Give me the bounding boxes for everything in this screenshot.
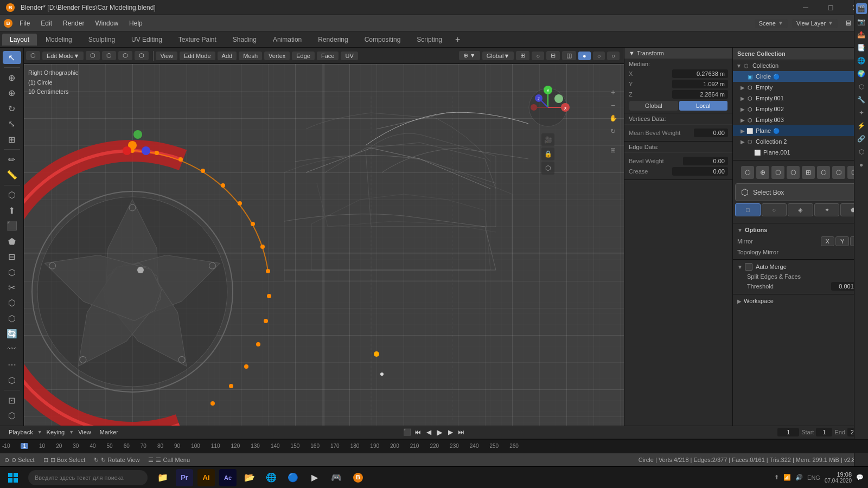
- tab-uv-editing[interactable]: UV Editing: [124, 34, 170, 46]
- playback-menu[interactable]: Playback: [4, 428, 37, 436]
- viewport-shading-wire[interactable]: ⬡: [86, 51, 100, 60]
- tool-poly-build[interactable]: ⬡: [3, 312, 21, 325]
- tool-icon-7[interactable]: ⬡: [832, 166, 845, 179]
- xray-toggle[interactable]: ◫: [562, 51, 576, 60]
- windows-start-button[interactable]: [4, 469, 22, 486]
- nav-gizmo-area[interactable]: X Y Z: [526, 86, 570, 175]
- x-value[interactable]: 0.27638 m: [672, 69, 728, 78]
- orbit-btn[interactable]: ↻: [607, 125, 619, 137]
- tool-move[interactable]: ⊕: [3, 87, 21, 100]
- taskbar-folder-icon[interactable]: 📂: [241, 469, 258, 486]
- tab-layout[interactable]: Layout: [2, 34, 37, 46]
- tab-texture-paint[interactable]: Texture Paint: [171, 34, 224, 46]
- sc-circle-item[interactable]: ▶ ▣ Circle 🔵 👁: [733, 71, 868, 82]
- tool-icon-3[interactable]: ⬡: [771, 166, 784, 179]
- transform-header[interactable]: ▼ Transform: [624, 48, 732, 59]
- start-frame-input[interactable]: [816, 428, 832, 436]
- view-menu-timeline[interactable]: View: [74, 428, 95, 436]
- tool-knife[interactable]: ✂: [3, 281, 21, 294]
- sc-collection2-item[interactable]: ▶ ⬡ Collection 2 👁: [733, 136, 868, 147]
- marker-menu[interactable]: Marker: [95, 428, 123, 436]
- tab-rendering[interactable]: Rendering: [310, 34, 355, 46]
- tool-smooth[interactable]: 〰: [3, 343, 21, 356]
- keying-menu[interactable]: Keying: [42, 428, 69, 436]
- global-btn[interactable]: Global: [629, 101, 678, 111]
- menu-file[interactable]: File: [14, 17, 35, 29]
- quad-view-btn[interactable]: ⊞: [607, 144, 619, 156]
- props-physics-icon[interactable]: ⚡: [856, 120, 867, 131]
- maximize-button[interactable]: □: [818, 0, 843, 15]
- transform-pivot-btn[interactable]: ⊕ ▼: [459, 51, 480, 60]
- shading-render[interactable]: ○: [607, 52, 620, 60]
- overlay-toggle[interactable]: ⊟: [546, 51, 560, 60]
- tool-add-mesh[interactable]: ⬡: [3, 189, 21, 202]
- taskbar-chrome-icon[interactable]: 🌐: [263, 469, 280, 486]
- prev-frame-btn[interactable]: ◀: [423, 427, 434, 438]
- next-frame-btn[interactable]: ▶: [445, 427, 456, 438]
- select-mode-circle[interactable]: ○: [762, 203, 787, 216]
- crease-value[interactable]: 0.00: [672, 167, 728, 176]
- props-world-icon[interactable]: 🌍: [856, 68, 867, 79]
- tool-slide[interactable]: ⬡: [3, 374, 21, 387]
- tool-bisect[interactable]: ⬡: [3, 297, 21, 310]
- mean-bevel-value[interactable]: 0.00: [694, 129, 728, 137]
- toggle-ortho-btn[interactable]: ⬡: [541, 162, 554, 175]
- sc-empty001-item[interactable]: ▶ ⬡ Empty.001 👁: [733, 93, 868, 104]
- tool-icon-5[interactable]: ⊞: [802, 166, 815, 179]
- props-constraints-icon[interactable]: 🔗: [856, 133, 867, 144]
- jump-start-btn[interactable]: ⏮: [412, 427, 423, 438]
- props-modifier-icon[interactable]: 🔧: [856, 94, 867, 105]
- tool-inset[interactable]: ⬛: [3, 220, 21, 233]
- mirror-x-btn[interactable]: X: [821, 236, 834, 246]
- sc-empty002-item[interactable]: ▶ ⬡ Empty.002 👁: [733, 104, 868, 114]
- viewport[interactable]: ⬡ Edit Mode ▼ ⬡ ⬡ ⬡ ⬡ View Edit Mode Add…: [24, 48, 624, 426]
- z-value[interactable]: 2.2864 m: [672, 90, 728, 99]
- zoom-out-btn[interactable]: −: [607, 99, 619, 111]
- tool-push-pull[interactable]: ⬡: [3, 409, 21, 422]
- tool-offset-edge[interactable]: ⬡: [3, 266, 21, 279]
- tab-shading[interactable]: Shading: [225, 34, 264, 46]
- tab-sculpting[interactable]: Sculpting: [81, 34, 123, 46]
- tool-icon-1[interactable]: ⬡: [741, 166, 754, 179]
- options-header[interactable]: ▼ Options: [737, 227, 864, 233]
- taskbar-ae-icon[interactable]: Ae: [219, 469, 237, 486]
- tool-select[interactable]: ↖: [3, 51, 21, 64]
- view-layer-selector[interactable]: View Layer ▼: [792, 19, 838, 28]
- tool-rotate[interactable]: ↻: [3, 102, 21, 115]
- select-box-button[interactable]: ⬡ Select Box: [735, 183, 866, 201]
- zoom-in-btn[interactable]: +: [607, 86, 619, 98]
- props-view-layer-icon[interactable]: 📑: [856, 48, 867, 53]
- select-mode-4[interactable]: ✦: [814, 203, 840, 216]
- edge-menu[interactable]: Edge: [292, 52, 315, 60]
- auto-merge-check[interactable]: [745, 263, 752, 271]
- tray-icon-1[interactable]: ⬆: [774, 474, 779, 481]
- viewport-shading-mat[interactable]: ⬡: [118, 51, 132, 60]
- tab-scripting[interactable]: Scripting: [409, 34, 450, 46]
- viewport-shading-solid[interactable]: ⬡: [102, 51, 116, 60]
- local-btn[interactable]: Local: [679, 101, 728, 111]
- tool-extrude[interactable]: ⬆: [3, 204, 21, 217]
- workspace-header[interactable]: ▶ Workspace: [737, 298, 864, 304]
- tool-transform[interactable]: ⊞: [3, 133, 21, 146]
- props-material-icon[interactable]: ●: [856, 159, 867, 170]
- viewport-shading-render[interactable]: ⬡: [135, 51, 149, 60]
- mirror-y-btn[interactable]: Y: [835, 236, 849, 246]
- sc-empty-item[interactable]: ▶ ⬡ Empty 👁: [733, 82, 868, 93]
- tool-icon-4[interactable]: ⬡: [787, 166, 800, 179]
- tool-icon-6[interactable]: ⬡: [817, 166, 830, 179]
- select-mode-lasso[interactable]: ◈: [788, 203, 813, 216]
- tool-icon-2[interactable]: ⊕: [756, 166, 769, 179]
- proportional-edit[interactable]: ○: [532, 52, 544, 60]
- menu-edit[interactable]: Edit: [35, 17, 58, 29]
- sc-plane001-item[interactable]: ▶ ⬜ Plane.001 👁: [733, 147, 868, 158]
- blender-logo-icon[interactable]: B: [4, 2, 16, 14]
- props-particles-icon[interactable]: ✦: [856, 107, 867, 118]
- lock-view-btn[interactable]: 🔒: [541, 147, 554, 160]
- add-menu[interactable]: Add: [218, 52, 237, 60]
- menu-window[interactable]: Window: [90, 17, 124, 29]
- taskbar-edge-icon[interactable]: 🔵: [284, 469, 302, 486]
- vertex-menu[interactable]: Vertex: [264, 52, 290, 60]
- shading-mat-preview[interactable]: ○: [593, 52, 605, 60]
- tool-spin[interactable]: 🔄: [3, 328, 21, 341]
- menu-render[interactable]: Render: [58, 17, 90, 29]
